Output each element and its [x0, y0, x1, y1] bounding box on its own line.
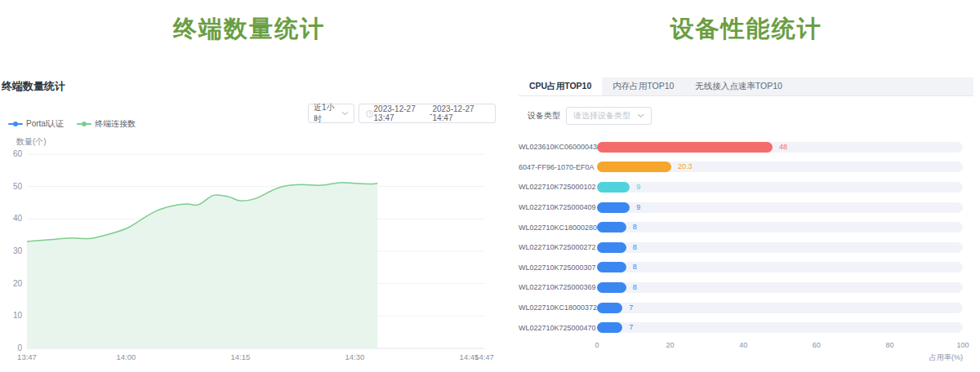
bar-row: WL022710K7250003698	[519, 277, 973, 298]
bar-value-label: 7	[629, 303, 633, 313]
device-type-filter: 设备类型 请选择设备类型	[528, 107, 652, 125]
x-tick-label: 14:15	[230, 352, 250, 361]
bar-track: 7	[597, 303, 963, 313]
legend-label-terminal: 终端连接数	[95, 118, 136, 130]
bar-value-label: 8	[633, 242, 637, 253]
bar-track: 9	[597, 182, 963, 193]
bar-value-label: 8	[633, 222, 637, 232]
bar-x-axis: 020406080100	[597, 341, 963, 351]
bar	[597, 182, 630, 193]
legend-marker-terminal	[77, 121, 91, 127]
bar	[597, 282, 626, 293]
dashboard: 终端数量统计 设备性能统计 终端数量统计 近1小时 2023-12-27 13:…	[0, 0, 980, 372]
bar-rows: WL023610KC06000043486047-FF96-1070-EF0A2…	[519, 137, 973, 338]
bar	[597, 303, 622, 313]
x-tick-label: 14:30	[345, 352, 364, 361]
bar-row: 6047-FF96-1070-EF0A20.3	[519, 157, 973, 178]
date-range-end: 2023-12-27 14:47	[432, 104, 488, 122]
bar-value-label: 20.3	[678, 162, 693, 172]
y-tick-label: 20	[13, 279, 23, 288]
legend-item-terminal[interactable]: 终端连接数	[77, 118, 136, 130]
bar	[597, 202, 630, 213]
chart-legend: Portal认证 终端连接数	[8, 118, 136, 130]
y-tick-label: 50	[13, 182, 23, 191]
device-label: 6047-FF96-1070-EF0A	[519, 163, 597, 171]
right-section-title: 设备性能统计	[519, 13, 973, 46]
bar-track: 8	[597, 282, 963, 293]
tab-wireless-rate-top10[interactable]: 无线接入点速率TOP10	[684, 78, 793, 95]
x-tick-label: 20	[666, 341, 675, 349]
y-tick-label: 30	[13, 246, 23, 255]
device-label: WL022710K725000272	[519, 243, 597, 251]
chevron-down-icon	[637, 113, 644, 118]
x-tick-label: 14:47	[474, 352, 494, 361]
performance-tabs: CPU占用TOP10 内存占用TOP10 无线接入点速率TOP10	[519, 78, 973, 96]
x-tick-label: 40	[739, 341, 747, 349]
bar-track: 9	[597, 202, 963, 213]
legend-item-portal[interactable]: Portal认证	[8, 118, 64, 130]
bar	[597, 262, 626, 272]
date-range-start: 2023-12-27 13:47	[374, 104, 430, 122]
bar-track: 7	[597, 322, 963, 333]
terminal-count-area-chart: 010203040506013:4714:0014:1514:3014:4514…	[0, 147, 498, 372]
bar-x-axis-unit: 占用率(%)	[519, 352, 963, 363]
bar-row: WL022710K7250001029	[519, 177, 973, 197]
bar-track: 8	[597, 262, 963, 272]
device-label: WL023610KC06000043	[519, 143, 597, 151]
bar	[597, 242, 626, 253]
bar-row: WL022710KC180003727	[519, 298, 973, 318]
left-section-title: 终端数量统计	[0, 13, 498, 46]
device-type-select[interactable]: 请选择设备类型	[566, 107, 652, 125]
bar-value-label: 9	[636, 182, 640, 193]
legend-label-portal: Portal认证	[26, 118, 64, 130]
device-label: WL022710K725000470	[519, 324, 597, 332]
cpu-top10-bar-chart: WL023610KC06000043486047-FF96-1070-EF0A2…	[519, 137, 973, 363]
date-range-picker[interactable]: 2023-12-27 13:47 - 2023-12-27 14:47	[359, 104, 496, 123]
bar	[597, 142, 773, 153]
device-label: WL022710KC18000280	[519, 224, 597, 232]
bar-track: 20.3	[597, 162, 963, 172]
time-range-select[interactable]: 近1小时	[308, 104, 354, 123]
bar-value-label: 9	[636, 202, 640, 213]
bar-value-label: 7	[629, 322, 633, 333]
device-label: WL022710K725000102	[519, 183, 597, 191]
clock-icon	[366, 109, 374, 118]
bar-track: 8	[597, 222, 963, 232]
y-tick-label: 10	[13, 311, 23, 320]
left-panel-heading: 终端数量统计	[2, 79, 65, 94]
chevron-down-icon	[341, 111, 349, 116]
device-label: WL022710K725000369	[519, 283, 597, 291]
bar-row: WL022710K7250004099	[519, 197, 973, 218]
bar	[597, 222, 626, 232]
x-tick-label: 13:47	[17, 352, 37, 361]
tab-memory-top10[interactable]: 内存占用TOP10	[602, 78, 684, 95]
area-fill	[27, 183, 377, 348]
bar-row: WL023610KC0600004348	[519, 137, 973, 157]
device-label: WL022710K725000409	[519, 203, 597, 211]
bar-track: 48	[597, 142, 963, 153]
x-tick-label: 100	[956, 341, 969, 349]
x-tick-label: 80	[885, 341, 893, 349]
x-tick-label: 0	[595, 341, 599, 349]
bar-value-label: 48	[779, 142, 787, 153]
y-tick-label: 40	[13, 214, 23, 223]
device-type-label: 设备类型	[528, 110, 560, 122]
legend-marker-portal	[8, 121, 23, 127]
bar-row: WL022710K7250003078	[519, 258, 973, 278]
time-range-value: 近1小时	[314, 102, 341, 125]
device-label: WL022710KC18000372	[519, 303, 597, 312]
tab-cpu-top10[interactable]: CPU占用TOP10	[519, 78, 602, 95]
bar-row: WL022710K7250004707	[519, 317, 973, 338]
bar	[597, 162, 671, 172]
y-axis-title: 数量(个)	[16, 136, 47, 148]
x-tick-label: 14:00	[116, 352, 136, 361]
bar-value-label: 8	[633, 262, 637, 272]
y-tick-label: 0	[17, 343, 22, 352]
y-tick-label: 60	[13, 149, 23, 158]
bar-value-label: 8	[633, 282, 637, 293]
bar	[597, 322, 622, 333]
bar-row: WL022710K7250002728	[519, 237, 973, 258]
device-type-placeholder: 请选择设备类型	[573, 110, 630, 122]
device-label: WL022710K725000307	[519, 264, 597, 272]
bar-track: 8	[597, 242, 963, 253]
